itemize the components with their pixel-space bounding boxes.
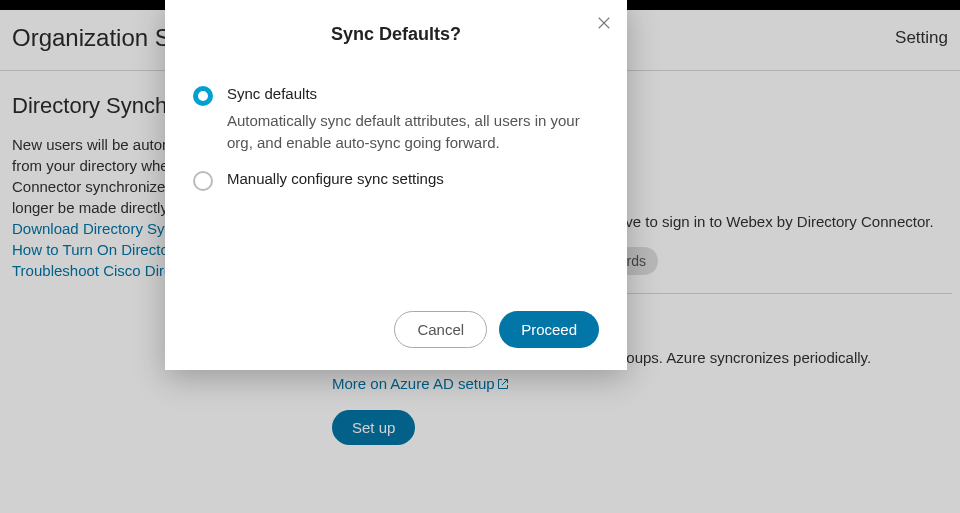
proceed-button[interactable]: Proceed [499,311,599,348]
modal-title: Sync Defaults? [193,24,599,45]
radio-icon-unselected [193,171,213,191]
modal-actions: Cancel Proceed [193,311,599,348]
modal-close-button[interactable] [595,14,613,35]
radio-sync-defaults[interactable]: Sync defaults Automatically sync default… [193,85,599,154]
close-icon [595,14,613,32]
radio-icon-selected [193,86,213,106]
radio-desc-sync-defaults: Automatically sync default attributes, a… [227,110,599,154]
radio-label-manual: Manually configure sync settings [227,170,444,187]
radio-label-sync-defaults: Sync defaults [227,85,599,102]
sync-defaults-modal: Sync Defaults? Sync defaults Automatical… [165,0,627,370]
radio-manual-config[interactable]: Manually configure sync settings [193,170,599,191]
cancel-button[interactable]: Cancel [394,311,487,348]
